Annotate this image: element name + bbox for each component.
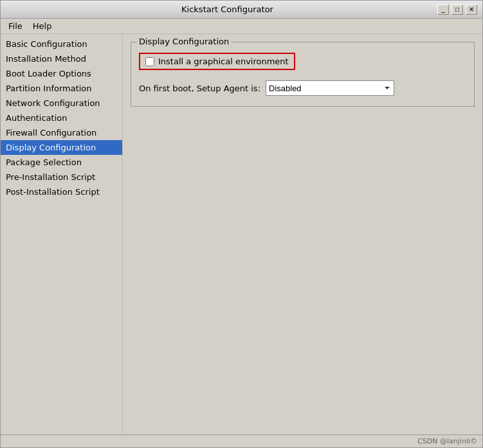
graphical-env-checkbox[interactable] <box>145 57 154 66</box>
main-window: Kickstart Configurator _ □ ✕ File Help B… <box>0 0 483 448</box>
window-title: Kickstart Configurator <box>17 4 437 14</box>
window-controls: _ □ ✕ <box>437 4 477 15</box>
sidebar-item-network-configuration[interactable]: Network Configuration <box>1 96 122 111</box>
sidebar-item-authentication[interactable]: Authentication <box>1 111 122 125</box>
setup-agent-label: On first boot, Setup Agent is: <box>139 84 260 93</box>
main-content: Basic Configuration Installation Method … <box>1 34 482 435</box>
close-button[interactable]: ✕ <box>466 4 477 15</box>
sidebar-item-post-installation-script[interactable]: Post-Installation Script <box>1 184 122 199</box>
status-text: CSDN @lanjinli© <box>417 437 477 445</box>
sidebar-item-boot-loader-options[interactable]: Boot Loader Options <box>1 66 122 81</box>
menu-file[interactable]: File <box>3 20 28 32</box>
sidebar: Basic Configuration Installation Method … <box>1 34 123 435</box>
group-box-content: Install a graphical environment On first… <box>139 53 466 96</box>
sidebar-item-pre-installation-script[interactable]: Pre-Installation Script <box>1 170 122 184</box>
display-configuration-group: Display Configuration Install a graphica… <box>131 42 475 107</box>
menu-help[interactable]: Help <box>28 20 57 32</box>
sidebar-item-partition-information[interactable]: Partition Information <box>1 81 122 96</box>
sidebar-item-basic-configuration[interactable]: Basic Configuration <box>1 37 122 51</box>
setup-agent-dropdown[interactable]: Disabled Enabled Enabled (Reconfig) <box>266 80 394 96</box>
setup-agent-row: On first boot, Setup Agent is: Disabled … <box>139 80 466 96</box>
sidebar-item-installation-method[interactable]: Installation Method <box>1 51 122 66</box>
menu-bar: File Help <box>1 19 482 34</box>
sidebar-item-package-selection[interactable]: Package Selection <box>1 155 122 170</box>
graphical-env-checkbox-row: Install a graphical environment <box>139 53 295 70</box>
graphical-env-label: Install a graphical environment <box>158 57 289 66</box>
minimize-button[interactable]: _ <box>437 4 449 15</box>
group-box-title: Display Configuration <box>136 37 232 46</box>
sidebar-item-firewall-configuration[interactable]: Firewall Configuration <box>1 125 122 140</box>
title-bar: Kickstart Configurator _ □ ✕ <box>1 1 482 19</box>
maximize-button[interactable]: □ <box>451 4 463 15</box>
right-panel: Display Configuration Install a graphica… <box>123 34 482 435</box>
sidebar-item-display-configuration[interactable]: Display Configuration <box>1 140 122 155</box>
status-bar: CSDN @lanjinli© <box>1 435 482 447</box>
